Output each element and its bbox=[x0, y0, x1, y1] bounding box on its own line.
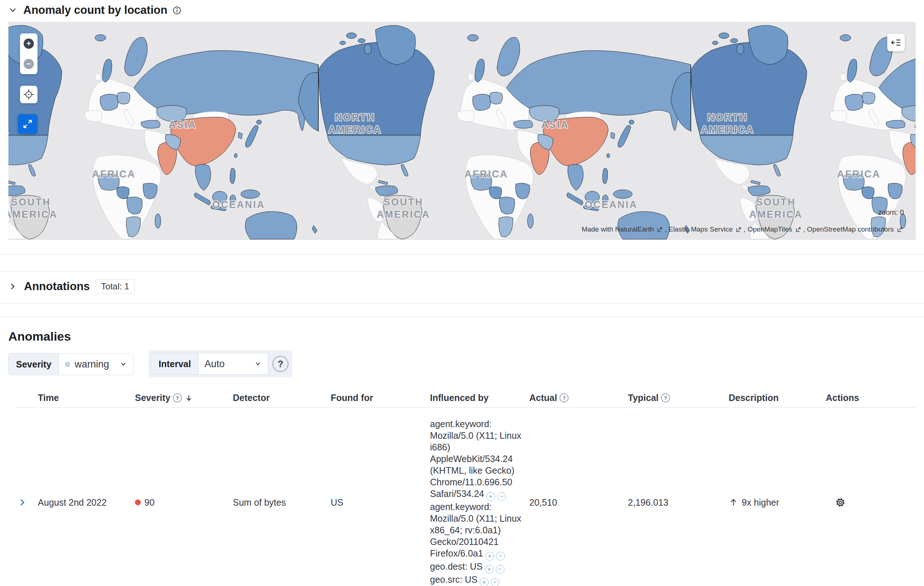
sort-down-icon bbox=[185, 394, 193, 402]
question-icon[interactable]: ? bbox=[173, 393, 182, 402]
anomaly-map[interactable]: ASIA NORTH AMERICA AFRICA SOUTH AMERICA … bbox=[8, 22, 916, 240]
annotations-total-badge: Total: 1 bbox=[96, 279, 135, 294]
cell-time: August 2nd 2022 bbox=[38, 497, 135, 508]
cell-description: 9x higher bbox=[729, 497, 826, 508]
severity-filter: Severity warning bbox=[8, 353, 134, 375]
severity-score: 90 bbox=[144, 497, 155, 508]
header-severity[interactable]: Severity ? bbox=[135, 390, 233, 408]
info-icon[interactable] bbox=[172, 6, 182, 15]
filter-in-icon[interactable]: + bbox=[487, 492, 495, 501]
severity-warning-dot bbox=[65, 362, 70, 367]
severity-critical-dot bbox=[135, 499, 141, 505]
severity-select-value: warning bbox=[74, 359, 109, 370]
cell-detector: Sum of bytes bbox=[233, 497, 331, 508]
map-panel-title: Anomaly count by location bbox=[23, 3, 167, 17]
severity-select[interactable]: warning bbox=[59, 354, 133, 375]
map-zoom-controls: + − bbox=[20, 33, 38, 74]
expand-icon bbox=[22, 118, 33, 130]
severity-filter-label: Severity bbox=[9, 354, 59, 375]
table-header-row: Time Severity ? Detector Found for Influ… bbox=[15, 390, 916, 408]
world-map-svg[interactable]: ASIA NORTH AMERICA AFRICA SOUTH AMERICA … bbox=[8, 22, 916, 240]
cell-influenced-by: agent.keyword: Mozilla/5.0 (X11; Linux i… bbox=[430, 413, 529, 586]
cell-actions bbox=[826, 497, 916, 508]
filter-in-icon[interactable]: + bbox=[485, 565, 493, 574]
header-found-for: Found for bbox=[331, 390, 430, 408]
header-time: Time bbox=[38, 390, 135, 408]
annotations-title: Annotations bbox=[24, 280, 90, 293]
cell-actual: 20,510 bbox=[529, 497, 628, 508]
header-actions: Actions bbox=[826, 390, 916, 408]
chevron-down-icon bbox=[254, 360, 262, 368]
filter-out-icon[interactable]: − bbox=[491, 578, 500, 586]
interval-select[interactable]: Auto bbox=[199, 353, 268, 374]
influencer-item: agent.keyword: Mozilla/5.0 (X11; Linux i… bbox=[430, 418, 522, 501]
attribution-osm-link[interactable]: , OpenStreetMap contributors bbox=[803, 226, 894, 234]
question-icon[interactable]: ? bbox=[559, 393, 569, 402]
divider bbox=[0, 317, 924, 318]
chevron-down-icon bbox=[119, 360, 127, 368]
cell-found-for: US bbox=[331, 497, 430, 508]
fit-to-data-button[interactable] bbox=[20, 86, 38, 103]
header-typical: Typical? bbox=[628, 390, 729, 408]
external-link-icon bbox=[657, 227, 663, 233]
filter-in-icon[interactable]: + bbox=[480, 578, 488, 586]
help-button[interactable]: ? bbox=[272, 356, 289, 372]
chevron-down-icon[interactable] bbox=[7, 5, 18, 16]
anomaly-explorer-page: { "panel": { "title": "Anomaly count by … bbox=[0, 0, 924, 586]
map-panel-header: Anomaly count by location bbox=[7, 3, 182, 17]
chevron-right-icon bbox=[18, 497, 28, 507]
anomalies-table: Time Severity ? Detector Found for Influ… bbox=[15, 390, 916, 586]
gear-icon[interactable] bbox=[835, 497, 846, 508]
cell-severity: 90 bbox=[135, 497, 233, 508]
chevron-right-icon[interactable] bbox=[7, 281, 18, 292]
interval-filter-wrap: Interval Auto ? bbox=[148, 351, 292, 377]
anomalies-title: Anomalies bbox=[8, 329, 71, 344]
interval-filter-label: Interval bbox=[151, 353, 199, 374]
filter-out-icon[interactable]: − bbox=[497, 492, 506, 501]
expand-map-button[interactable] bbox=[18, 114, 38, 134]
zoom-in-icon[interactable]: + bbox=[24, 38, 34, 49]
arrow-up-icon bbox=[729, 498, 738, 507]
interval-filter: Interval Auto bbox=[151, 353, 268, 375]
header-description: Description bbox=[729, 390, 826, 408]
influencer-item: geo.dest: US+− bbox=[430, 561, 522, 574]
influencer-item: geo.src: US+− bbox=[430, 574, 522, 586]
external-link-icon bbox=[897, 227, 903, 233]
header-detector: Detector bbox=[233, 390, 331, 408]
header-influenced-by: Influenced by bbox=[430, 390, 529, 408]
interval-select-value: Auto bbox=[205, 359, 225, 370]
legend-toggle-button[interactable] bbox=[887, 34, 905, 51]
map-attribution: Made with NaturalEarth , Elastic Maps Se… bbox=[582, 226, 904, 234]
row-expander[interactable] bbox=[15, 497, 38, 507]
zoom-level-indicator: zoom: 0 bbox=[878, 208, 904, 217]
crosshair-icon bbox=[23, 89, 35, 100]
divider bbox=[0, 271, 924, 271]
filter-out-icon[interactable]: − bbox=[496, 552, 505, 561]
attribution-naturalearth-link[interactable]: Made with NaturalEarth bbox=[582, 226, 654, 234]
header-expander bbox=[15, 390, 38, 408]
annotations-accordion[interactable]: Annotations Total: 1 bbox=[7, 276, 135, 296]
question-icon: ? bbox=[277, 359, 283, 369]
external-link-icon bbox=[736, 227, 742, 233]
influencer-item: agent.keyword: Mozilla/5.0 (X11; Linux x… bbox=[430, 501, 522, 561]
cell-typical: 2,196.013 bbox=[628, 497, 729, 508]
header-actual: Actual? bbox=[529, 390, 628, 408]
attribution-openmaptiles-link[interactable]: , OpenMapTiles bbox=[744, 226, 792, 234]
table-row: August 2nd 2022 90 Sum of bytes US agent… bbox=[15, 408, 916, 586]
collapse-legend-icon bbox=[890, 37, 902, 48]
zoom-out-icon[interactable]: − bbox=[24, 59, 34, 69]
attribution-elastic-maps-link[interactable]: , Elastic Maps Service bbox=[665, 226, 733, 234]
filter-out-icon[interactable]: − bbox=[496, 565, 505, 574]
question-icon[interactable]: ? bbox=[661, 393, 670, 402]
external-link-icon bbox=[795, 227, 802, 233]
filter-in-icon[interactable]: + bbox=[485, 552, 494, 561]
